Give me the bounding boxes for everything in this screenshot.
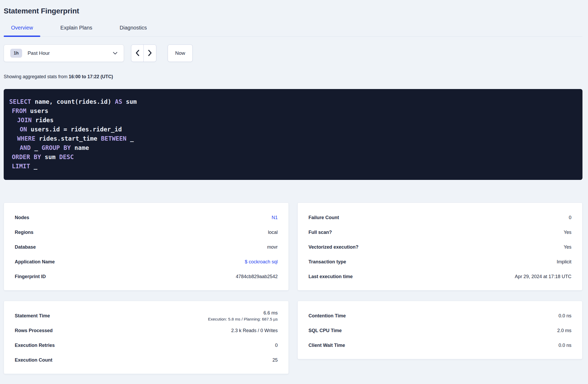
tab-label: Explain Plans xyxy=(60,25,92,31)
stat-value-wrap: 25 xyxy=(272,357,278,363)
stat-row: Rows Processed 2.3 k Reads / 0 Writes xyxy=(15,323,278,338)
sql-keyword: LIMIT xyxy=(12,163,30,170)
stat-value-wrap: 0 xyxy=(275,343,278,348)
stat-row: Nodes N1 xyxy=(15,210,278,225)
sql-text: users.id = rides.rider_id xyxy=(27,126,122,133)
stat-label: Database xyxy=(15,244,36,250)
stat-label: Failure Count xyxy=(308,215,339,220)
overview-attributes-card: Nodes N1 Regions local xyxy=(4,203,289,291)
stat-row: Last execution time Apr 29, 2024 at 17:1… xyxy=(308,269,571,284)
stat-row: Fingerprint ID 4784cb829aab2542 xyxy=(15,269,278,284)
stat-value-wrap: $ cockroach sql xyxy=(245,259,278,265)
sql-text: _ xyxy=(31,144,42,151)
stat-value-wrap: Apr 29, 2024 at 17:18 UTC xyxy=(515,274,571,279)
aggregation-status: Showing aggregated stats from 16:00 to 1… xyxy=(4,74,582,80)
time-range-label: Past Hour xyxy=(28,50,50,56)
stat-value: Implicit xyxy=(557,259,571,265)
stat-value-wrap: 0.0 ns xyxy=(559,313,571,319)
tab-label: Overview xyxy=(11,25,33,31)
sql-keyword: BETWEEN xyxy=(101,135,127,142)
time-controls: 1h Past Hour Now xyxy=(4,45,582,62)
stat-value-wrap: 2.3 k Reads / 0 Writes xyxy=(231,328,278,333)
next-interval-button[interactable] xyxy=(144,45,156,62)
sql-text: sum xyxy=(122,98,137,105)
stat-value: 6.6 ms xyxy=(263,310,278,316)
stat-label: Statement Time xyxy=(15,313,50,319)
stat-label: Full scan? xyxy=(308,230,332,235)
stat-label: Vectorized execution? xyxy=(308,244,358,250)
chevron-right-icon xyxy=(148,50,152,57)
stat-row: Regions local xyxy=(15,225,278,240)
sql-keyword: WHERE xyxy=(17,135,35,142)
stat-row: Database movr xyxy=(15,240,278,254)
tab-label: Diagnostics xyxy=(120,25,147,31)
sql-keyword: ON xyxy=(20,126,27,133)
stat-value: Yes xyxy=(564,244,571,250)
stat-label: Rows Processed xyxy=(15,328,53,333)
sql-text: _ xyxy=(126,135,134,142)
tab-bar: Overview Explain Plans Diagnostics xyxy=(4,22,582,37)
stat-value-wrap: movr xyxy=(267,244,278,250)
stat-value-wrap: 4784cb829aab2542 xyxy=(236,274,278,279)
stat-row: Vectorized execution? Yes xyxy=(308,240,571,254)
stat-value-wrap: Yes xyxy=(564,230,571,235)
stat-value: 2.0 ms xyxy=(557,328,571,333)
stat-row: Contention Time 0.0 ns xyxy=(308,308,571,323)
now-button[interactable]: Now xyxy=(168,45,193,62)
sql-keyword: AND xyxy=(20,144,31,151)
tab[interactable]: Diagnostics xyxy=(112,22,154,36)
stat-label: Transaction type xyxy=(308,259,346,265)
stat-value-wrap: Yes xyxy=(564,244,571,250)
stat-row: Client Wait Time 0.0 ns xyxy=(308,338,571,353)
stat-row: Execution Count 25 xyxy=(15,353,278,367)
stat-row: Application Name $ cockroach sql xyxy=(15,254,278,269)
sql-text: rides.start_time xyxy=(35,135,101,142)
stat-value-wrap: local xyxy=(268,230,278,235)
execution-attributes-card: Failure Count 0 Full scan? Yes xyxy=(297,203,582,291)
stat-row: SQL CPU Time 2.0 ms xyxy=(308,323,571,338)
stat-row: Statement Time 6.6 ms Execution: 5.8 ms … xyxy=(15,308,278,323)
chevron-left-icon xyxy=(136,50,139,57)
stat-label: Nodes xyxy=(15,215,29,220)
stats-cards: Nodes N1 Regions local xyxy=(4,203,582,374)
wait-times-card: Contention Time 0.0 ns SQL CPU Time 2.0 … xyxy=(297,301,582,359)
stat-row: Full scan? Yes xyxy=(308,225,571,240)
aggregation-status-range: 16:00 to 17:22 (UTC) xyxy=(69,74,113,79)
sql-line: ON users.id = rides.rider_id xyxy=(9,125,577,134)
stat-value: 0 xyxy=(569,215,571,220)
stat-value: Yes xyxy=(564,230,571,235)
sql-keyword: GROUP BY xyxy=(42,144,71,151)
time-range-dropdown[interactable]: 1h Past Hour xyxy=(4,45,124,62)
sql-keyword: AS xyxy=(115,98,122,105)
sql-line: SELECT name, count(rides.id) AS sum xyxy=(9,97,577,106)
chevron-down-icon xyxy=(113,52,117,55)
previous-interval-button[interactable] xyxy=(131,45,144,62)
sql-text: sum xyxy=(41,154,59,160)
sql-text: name xyxy=(71,144,89,151)
time-step-button-group xyxy=(131,45,156,62)
sql-text: name, count(rides.id) xyxy=(31,98,115,105)
stat-value: 0.0 ns xyxy=(559,343,571,348)
stat-label: Execution Count xyxy=(15,357,52,363)
sql-text: _ xyxy=(30,163,37,170)
stat-label: Last execution time xyxy=(308,274,353,279)
sql-keyword: FROM xyxy=(12,107,26,114)
sql-line: AND _ GROUP BY name xyxy=(9,143,577,152)
stat-label: Application Name xyxy=(15,259,55,265)
tab[interactable]: Overview xyxy=(4,22,40,36)
tab[interactable]: Explain Plans xyxy=(53,22,99,36)
stat-value: local xyxy=(268,230,278,235)
stat-subvalue: Execution: 5.8 ms / Planning: 687.5 µs xyxy=(208,317,278,322)
sql-line: WHERE rides.start_time BETWEEN _ xyxy=(9,134,577,143)
stat-value-wrap: 6.6 ms Execution: 5.8 ms / Planning: 687… xyxy=(208,310,278,322)
stat-label: Fingerprint ID xyxy=(15,274,46,279)
sql-line: ORDER BY sum DESC xyxy=(9,152,577,162)
sql-text: rides xyxy=(32,117,53,124)
stat-value: Apr 29, 2024 at 17:18 UTC xyxy=(515,274,571,279)
sql-keyword: ORDER BY xyxy=(12,154,41,160)
stat-value[interactable]: $ cockroach sql xyxy=(245,259,278,265)
sql-line: FROM users xyxy=(9,106,577,116)
stat-value[interactable]: N1 xyxy=(272,215,278,220)
stat-label: Execution Retries xyxy=(15,343,55,348)
stat-value-wrap: 0 xyxy=(569,215,571,220)
